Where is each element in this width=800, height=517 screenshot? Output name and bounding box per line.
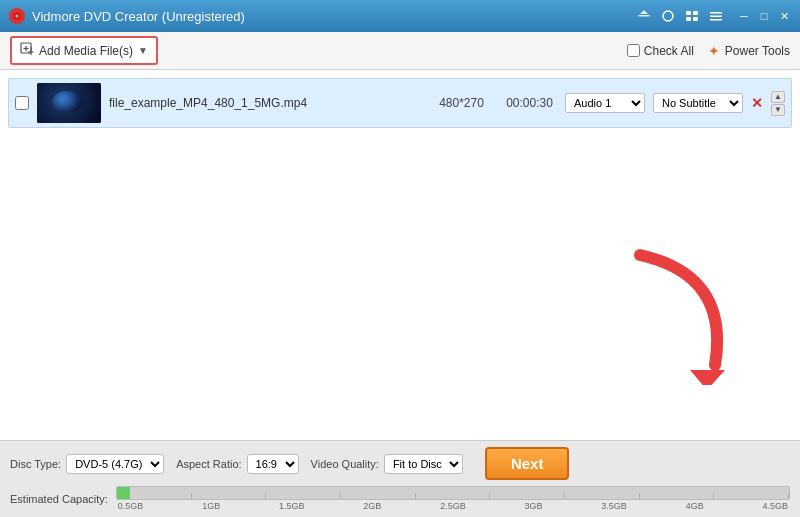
bottom-bar: Disc Type: DVD-5 (4.7G) Aspect Ratio: 16…	[0, 440, 800, 517]
app-title: Vidmore DVD Creator (Unregistered)	[32, 9, 636, 24]
file-name: file_example_MP4_480_1_5MG.mp4	[109, 96, 421, 110]
svg-rect-9	[710, 12, 722, 14]
aspect-ratio-label: Aspect Ratio:	[176, 458, 241, 470]
disc-type-select[interactable]: DVD-5 (4.7G)	[66, 454, 164, 474]
svg-rect-8	[693, 17, 698, 21]
add-media-button[interactable]: Add Media File(s) ▼	[10, 36, 158, 65]
power-tools-label: Power Tools	[725, 44, 790, 58]
tick-7	[565, 493, 640, 499]
add-media-label: Add Media File(s)	[39, 44, 133, 58]
capacity-section: 0.5GB 1GB 1.5GB 2GB 2.5GB 3GB 3.5GB 4GB …	[116, 486, 790, 511]
restore-button[interactable]: □	[756, 8, 772, 24]
bottom-settings: Disc Type: DVD-5 (4.7G) Aspect Ratio: 16…	[10, 447, 790, 480]
toolbar-right: Check All ✦ Power Tools	[627, 43, 790, 59]
tick-1	[117, 493, 192, 499]
app-icon	[8, 7, 26, 25]
file-resolution: 480*270	[429, 96, 494, 110]
power-tools-icon: ✦	[708, 43, 720, 59]
toolbar: Add Media File(s) ▼ Check All ✦ Power To…	[0, 32, 800, 70]
cap-label-7: 4GB	[686, 501, 704, 511]
svg-rect-10	[710, 16, 722, 18]
close-button[interactable]: ✕	[776, 8, 792, 24]
svg-rect-5	[686, 11, 691, 15]
next-button[interactable]: Next	[485, 447, 570, 480]
file-delete-button[interactable]: ✕	[751, 96, 763, 110]
content-wrapper: file_example_MP4_480_1_5MG.mp4 480*270 0…	[0, 70, 800, 440]
aspect-ratio-group: Aspect Ratio: 16:9	[176, 454, 298, 474]
cap-label-3: 2GB	[363, 501, 381, 511]
tick-5	[416, 493, 491, 499]
cap-label-5: 3GB	[524, 501, 542, 511]
dropdown-arrow-icon: ▼	[138, 45, 148, 56]
tick-3	[266, 493, 341, 499]
aspect-ratio-select[interactable]: 16:9	[247, 454, 299, 474]
cap-label-1: 1GB	[202, 501, 220, 511]
cap-label-8: 4.5GB	[762, 501, 788, 511]
minimize-button[interactable]: ─	[736, 8, 752, 24]
file-scroll-buttons: ▲ ▼	[771, 91, 785, 116]
file-checkbox[interactable]	[15, 96, 29, 110]
disc-type-label: Disc Type:	[10, 458, 61, 470]
cap-label-0: 0.5GB	[118, 501, 144, 511]
file-thumbnail	[37, 83, 101, 123]
video-quality-select[interactable]: Fit to Disc	[384, 454, 463, 474]
cap-label-2: 1.5GB	[279, 501, 305, 511]
power-tools-button[interactable]: ✦ Power Tools	[708, 43, 790, 59]
video-quality-label: Video Quality:	[311, 458, 379, 470]
tick-2	[192, 493, 267, 499]
capacity-labels: 0.5GB 1GB 1.5GB 2GB 2.5GB 3GB 3.5GB 4GB …	[116, 501, 790, 511]
scroll-up-button[interactable]: ▲	[771, 91, 785, 103]
check-all-label[interactable]: Check All	[627, 44, 694, 58]
add-media-icon	[20, 42, 34, 59]
svg-rect-3	[638, 15, 650, 17]
capacity-bar	[116, 486, 790, 500]
tick-9	[714, 493, 789, 499]
svg-point-4	[663, 11, 673, 21]
file-list-item: file_example_MP4_480_1_5MG.mp4 480*270 0…	[8, 78, 792, 128]
file-duration: 00:00:30	[502, 96, 557, 110]
check-all-text: Check All	[644, 44, 694, 58]
tick-8	[640, 493, 715, 499]
capacity-bar-ticks	[117, 487, 789, 499]
disc-type-group: Disc Type: DVD-5 (4.7G)	[10, 454, 164, 474]
svg-rect-7	[686, 17, 691, 21]
svg-rect-11	[710, 19, 722, 21]
svg-point-2	[16, 15, 19, 18]
tick-4	[341, 493, 416, 499]
title-bar: Vidmore DVD Creator (Unregistered) ─ □ ✕	[0, 0, 800, 32]
check-all-checkbox[interactable]	[627, 44, 640, 57]
bottom-row: Estimated Capacity: 0.5GB 1GB	[10, 486, 790, 511]
window-controls: ─ □ ✕	[636, 8, 792, 24]
thumbnail-image	[37, 83, 101, 123]
file-subtitle-select[interactable]: No Subtitle	[653, 93, 743, 113]
tick-6	[490, 493, 565, 499]
video-quality-group: Video Quality: Fit to Disc	[311, 454, 463, 474]
file-audio-select[interactable]: Audio 1	[565, 93, 645, 113]
estimated-capacity-label: Estimated Capacity:	[10, 493, 108, 505]
cap-label-6: 3.5GB	[601, 501, 627, 511]
scroll-down-button[interactable]: ▼	[771, 104, 785, 116]
svg-rect-6	[693, 11, 698, 15]
cap-label-4: 2.5GB	[440, 501, 466, 511]
main-content: file_example_MP4_480_1_5MG.mp4 480*270 0…	[0, 70, 800, 440]
toolbar-icons	[636, 8, 724, 24]
